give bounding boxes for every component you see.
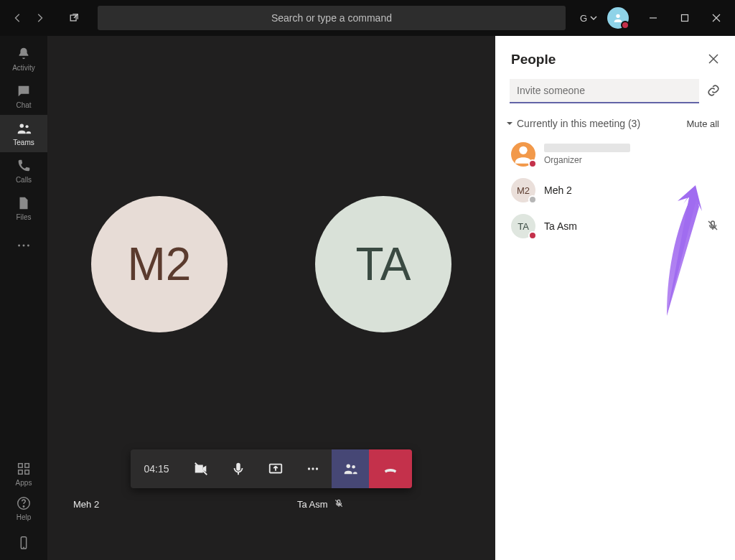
svg-point-5 <box>18 245 20 247</box>
user-avatar[interactable] <box>607 7 629 29</box>
mic-toggle-button[interactable] <box>220 449 257 488</box>
svg-rect-8 <box>19 464 23 468</box>
participant-avatar: M2 <box>511 178 535 202</box>
more-icon <box>305 461 321 477</box>
teams-icon <box>16 121 32 136</box>
camera-toggle-button[interactable] <box>182 449 220 488</box>
rail-chat[interactable]: Chat <box>0 78 47 115</box>
rail-more[interactable] <box>0 227 47 264</box>
meeting-stage: M2 TA Meh 2 Ta Asm 04:15 <box>47 36 495 560</box>
left-rail: Activity Chat Teams Calls Files Apps Hel… <box>0 36 47 560</box>
participant-avatar: TA <box>511 214 535 238</box>
video-tile[interactable]: M2 <box>47 36 271 493</box>
participant-item[interactable]: Organizer <box>507 136 724 172</box>
people-icon <box>342 461 358 477</box>
svg-point-6 <box>23 245 25 247</box>
rail-label: Activity <box>12 64 35 72</box>
invite-input[interactable] <box>510 79 699 103</box>
participant-muted-indicator <box>706 219 719 234</box>
video-tile[interactable]: TA <box>271 36 495 493</box>
nav-back-button[interactable] <box>7 7 29 29</box>
more-actions-button[interactable] <box>294 449 332 488</box>
window-minimize-button[interactable] <box>637 0 669 36</box>
phone-icon <box>16 158 32 174</box>
rail-apps[interactable]: Apps <box>0 457 47 491</box>
link-icon <box>706 83 721 98</box>
share-icon <box>268 461 284 477</box>
participant-avatar: TA <box>315 196 451 332</box>
hangup-button[interactable] <box>369 449 412 488</box>
svg-point-18 <box>316 467 318 470</box>
svg-point-17 <box>312 467 314 470</box>
avatar-initials: M2 <box>128 238 192 291</box>
call-controls: 04:15 <box>131 449 412 488</box>
popout-icon[interactable] <box>63 7 85 29</box>
chevron-down-icon <box>590 14 597 22</box>
participant-labels: Meh 2 Ta Asm <box>47 494 495 514</box>
mic-muted-icon <box>706 219 719 232</box>
rail-label: Chat <box>16 101 31 109</box>
rail-label: Calls <box>16 176 32 184</box>
participant-item[interactable]: TA Ta Asm <box>507 208 724 244</box>
camera-off-icon <box>193 461 209 477</box>
rail-activity[interactable]: Activity <box>0 40 47 78</box>
presence-busy-dot <box>621 21 629 29</box>
section-toggle[interactable]: Currently in this meeting (3) <box>505 118 640 129</box>
presence-dot <box>528 231 537 240</box>
call-timer: 04:15 <box>131 449 182 488</box>
window-close-button[interactable] <box>701 0 732 36</box>
mute-all-label: Mute all <box>686 118 719 129</box>
participant-role: Organizer <box>544 155 630 165</box>
call-duration: 04:15 <box>144 463 169 475</box>
copy-link-button[interactable] <box>706 83 721 100</box>
participant-name: Meh 2 <box>73 499 99 510</box>
panel-close-button[interactable] <box>708 53 719 67</box>
svg-rect-10 <box>19 470 23 475</box>
svg-point-21 <box>519 146 527 154</box>
rail-calls[interactable]: Calls <box>0 152 47 190</box>
show-participants-button[interactable] <box>332 449 369 488</box>
svg-rect-2 <box>682 15 688 22</box>
participant-item[interactable]: M2 Meh 2 <box>507 172 724 208</box>
nav-forward-button[interactable] <box>29 7 50 29</box>
participant-list: Organizer M2 Meh 2 TA Ta Asm <box>495 135 735 246</box>
avatar-initials: TA <box>355 238 411 291</box>
mute-all-button[interactable]: Mute all <box>686 118 719 129</box>
rail-teams[interactable]: Teams <box>0 115 47 152</box>
rail-device[interactable] <box>0 526 47 560</box>
svg-point-3 <box>20 124 24 129</box>
share-screen-button[interactable] <box>257 449 294 488</box>
rail-files[interactable]: Files <box>0 190 47 227</box>
search-placeholder: Search or type a command <box>271 12 392 24</box>
rail-label: Apps <box>16 479 32 487</box>
svg-rect-9 <box>25 464 29 468</box>
chat-icon <box>16 83 32 99</box>
video-tiles: M2 TA <box>47 36 495 493</box>
svg-point-19 <box>347 465 351 469</box>
window-maximize-button[interactable] <box>669 0 701 36</box>
search-input[interactable]: Search or type a command <box>98 6 566 30</box>
svg-point-4 <box>25 125 28 128</box>
account-menu[interactable]: G <box>580 13 597 24</box>
hangup-icon <box>383 461 398 477</box>
panel-title: People <box>511 52 556 67</box>
rail-label: Files <box>16 213 31 221</box>
svg-point-20 <box>352 465 355 469</box>
rail-help[interactable]: Help <box>0 491 47 526</box>
svg-rect-0 <box>70 15 76 21</box>
account-label: G <box>580 13 587 24</box>
avatar-initials: TA <box>518 221 529 232</box>
section-label-text: Currently in this meeting <box>517 118 625 129</box>
people-panel: People Currently in this meeting (3) Mut… <box>495 36 735 560</box>
avatar-initials: M2 <box>517 185 530 196</box>
participant-avatar <box>511 142 535 167</box>
participant-avatar: M2 <box>91 196 228 332</box>
svg-rect-11 <box>25 470 29 475</box>
participant-name: Meh 2 <box>544 185 572 196</box>
caret-down-icon <box>505 119 514 128</box>
device-icon <box>16 535 32 551</box>
mic-muted-icon <box>334 498 344 510</box>
presence-dot <box>528 159 537 168</box>
bell-icon <box>16 46 32 62</box>
section-count: (3) <box>628 118 640 129</box>
